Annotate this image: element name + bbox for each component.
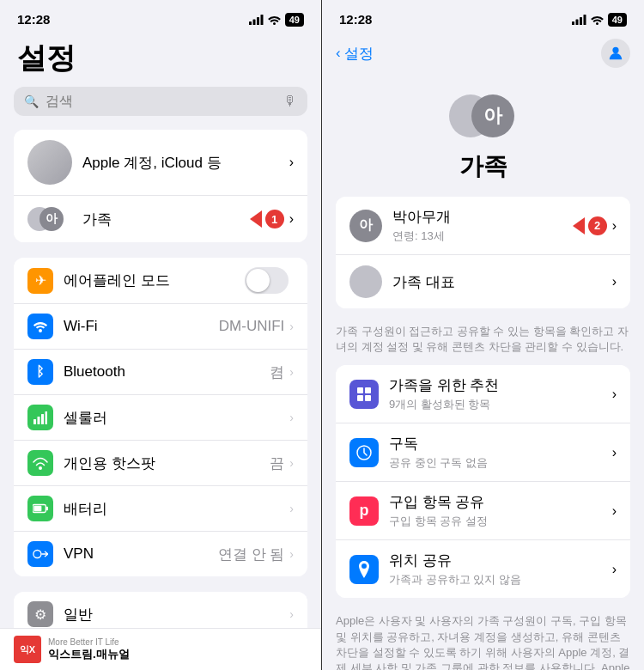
cellular-icon: [27, 405, 53, 430]
hotspot-row[interactable]: 개인용 핫스팟 끔 ›: [14, 441, 307, 486]
feature-info-3: 구입 항목 공유 구입 항목 공유 설정: [389, 492, 612, 529]
fh-avatar2: 아: [471, 94, 514, 137]
right-screen: 12:28 49 ‹ 설정: [322, 0, 644, 670]
svg-point-17: [612, 47, 618, 53]
bluetooth-label: Bluetooth: [64, 363, 270, 381]
family-label: 가족: [82, 210, 250, 229]
bluetooth-icon: ᛒ: [27, 359, 53, 385]
svg-rect-16: [583, 15, 586, 25]
general-label: 일반: [64, 605, 289, 624]
person-icon: [608, 46, 623, 61]
vpn-row[interactable]: VPN 연결 안 됨 ›: [14, 532, 307, 576]
footer-text: Apple은 사용자 및 사용자의 가족 구성원이 구독, 구입 항목 및 위치…: [322, 606, 644, 670]
family-row[interactable]: 아 가족 1 ›: [14, 196, 307, 242]
status-bar-right: 12:28 49: [322, 0, 644, 32]
watermark: 익X More Better IT Life 익스트림.매뉴얼: [0, 628, 321, 670]
feature-chevron-4: ›: [612, 562, 617, 577]
vpn-svg: [33, 548, 48, 560]
mic-icon: 🎙: [283, 94, 297, 109]
hotspot-chevron: ›: [289, 456, 294, 470]
feature-chevron-3: ›: [612, 503, 617, 519]
hotspot-label: 개인용 핫스팟: [64, 454, 270, 473]
bt-symbol: ᛒ: [36, 364, 45, 380]
svg-rect-2: [257, 17, 259, 25]
features-section: 가족을 위한 추천 9개의 활성화된 항목 › 구독 공유 중인 구독 없음 ›: [336, 365, 630, 598]
svg-rect-18: [357, 387, 363, 393]
vpn-label: VPN: [64, 545, 218, 563]
feature-icon-3: p: [349, 496, 379, 526]
airplane-icon: ✈: [27, 268, 53, 294]
watermark-logo-text: 익X: [20, 643, 35, 656]
vpn-value: 연결 안 됨: [218, 545, 284, 564]
family-info-text: 가족 구성원이 접근하고 공유할 수 있는 항목을 확인하고 자녀의 계정 설정…: [322, 317, 644, 365]
search-bar[interactable]: 🔍 🎙: [14, 87, 307, 116]
svg-rect-14: [575, 19, 578, 25]
search-input[interactable]: [46, 94, 276, 109]
family-badge: 1: [250, 210, 284, 228]
watermark-info: More Better IT Life 익스트림.매뉴얼: [48, 637, 130, 662]
family-page-title: 가족: [459, 150, 507, 183]
family-av2: 아: [39, 207, 64, 231]
cell-svg: [33, 411, 47, 424]
airplane-toggle[interactable]: [245, 267, 289, 294]
toggle-knob: [246, 269, 270, 292]
battery-row[interactable]: 배터리 ›: [14, 486, 307, 532]
svg-point-8: [39, 466, 42, 470]
member-av-1: 아: [349, 210, 382, 242]
cellular-label: 셀룰러: [64, 408, 289, 428]
nav-bar-right: ‹ 설정: [322, 32, 644, 75]
account-row[interactable]: Apple 계정, iCloud 등 ›: [14, 130, 307, 196]
watermark-sub: More Better IT Life: [48, 637, 130, 647]
svg-rect-0: [249, 21, 252, 25]
member-row-2[interactable]: 가족 대표 ›: [336, 255, 630, 308]
member-row-1[interactable]: 아 박아무개 연령: 13세 2 ›: [336, 197, 630, 255]
cellular-chevron: ›: [289, 411, 294, 424]
hotspot-svg: [33, 456, 48, 470]
svg-rect-21: [365, 395, 371, 401]
wifi-icon: [268, 15, 281, 25]
member-chevron-1: ›: [612, 218, 617, 234]
members-section: 아 박아무개 연령: 13세 2 › 가족 대표 ›: [336, 197, 630, 308]
svg-rect-1: [252, 19, 255, 25]
time-right: 12:28: [339, 12, 372, 27]
feature-sub-3: 구입 항목 공유 설정: [389, 514, 612, 529]
feature-chevron-2: ›: [612, 445, 617, 460]
feature-icon-4: [349, 555, 379, 584]
feature-row-3[interactable]: p 구입 항목 공유 구입 항목 공유 설정 ›: [336, 482, 630, 540]
wifi-row[interactable]: Wi-Fi DM-UNIFI ›: [14, 304, 307, 350]
p-symbol: p: [360, 502, 369, 520]
feature-chevron-1: ›: [612, 387, 617, 402]
time-left: 12:28: [17, 12, 50, 27]
family-avatars: 아: [27, 205, 72, 233]
back-label: 설정: [344, 44, 374, 64]
airplane-label: 에어플레인 모드: [64, 271, 245, 290]
battery-chevron: ›: [289, 502, 294, 515]
badge-circle-2: 2: [588, 216, 607, 235]
airplane-row[interactable]: ✈ 에어플레인 모드: [14, 258, 307, 304]
member-av-2: [349, 265, 382, 298]
svg-rect-5: [38, 417, 40, 424]
wifi-icon-right: [591, 15, 604, 25]
member-info-1: 박아무개 연령: 13세: [392, 207, 573, 244]
account-section: Apple 계정, iCloud 등 › 아 가족 1 ›: [14, 130, 307, 242]
back-button[interactable]: ‹ 설정: [336, 44, 374, 64]
feature-row-2[interactable]: 구독 공유 중인 구독 없음 ›: [336, 423, 630, 482]
feature-sub-1: 9개의 활성화된 항목: [389, 397, 612, 412]
battery-settings-icon: [27, 496, 53, 521]
left-screen: 12:28 49 설정 🔍 🎙: [0, 0, 322, 670]
right-scroll-content[interactable]: 아 가족 아 박아무개 연령: 13세 2 ›: [322, 75, 644, 670]
svg-rect-11: [33, 506, 41, 511]
family-header: 아 가족: [322, 75, 644, 197]
signal-icon-right: [572, 15, 586, 25]
settings-title: 설정: [0, 32, 321, 87]
cellular-row[interactable]: 셀룰러 ›: [14, 395, 307, 441]
bluetooth-row[interactable]: ᛒ Bluetooth 켬 ›: [14, 350, 307, 395]
svg-rect-19: [365, 387, 371, 393]
feature-row-4[interactable]: 위치 공유 가족과 공유하고 있지 않음 ›: [336, 540, 630, 598]
status-icons-right: 49: [572, 13, 627, 27]
account-name: Apple 계정, iCloud 등: [82, 153, 289, 173]
profile-nav-icon[interactable]: [601, 39, 630, 68]
feature-row-1[interactable]: 가족을 위한 추천 9개의 활성화된 항목 ›: [336, 365, 630, 423]
feature-sub-2: 공유 중인 구독 없음: [389, 455, 612, 471]
left-scroll[interactable]: 설정 🔍 🎙 Apple 계정, iCloud 등 › 아 가족: [0, 32, 321, 670]
